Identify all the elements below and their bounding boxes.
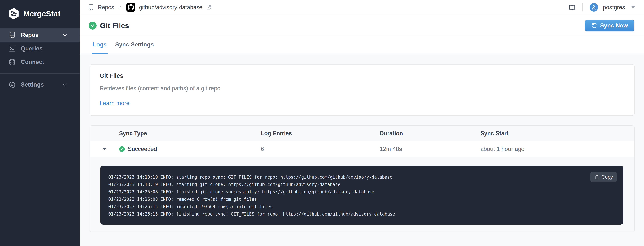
topbar-divider [582, 3, 582, 11]
column-header-sync-type: Sync Type [119, 130, 261, 137]
breadcrumb-root[interactable]: Repos [98, 4, 114, 11]
octocat-icon [128, 4, 134, 10]
user-name[interactable]: postgres [603, 4, 625, 11]
duration-cell: 12m 48s [380, 146, 480, 152]
chevron-down-icon [62, 32, 68, 38]
sidebar-item-queries[interactable]: Queries [0, 42, 80, 55]
gear-icon [9, 81, 16, 88]
page-header: Git Files Sync Now [80, 15, 644, 36]
database-icon [9, 59, 16, 65]
table-header-row: Sync Type Log Entries Duration Sync Star… [90, 126, 634, 141]
breadcrumb-repo[interactable]: github/advisory-database [139, 4, 202, 11]
log-line: 01/23/2023 14:26:08 INFO: removed 0 row(… [108, 196, 617, 203]
sync-info-card: Git Files Retrieves files (content and p… [90, 64, 634, 116]
person-icon [591, 5, 596, 10]
learn-more-link[interactable]: Learn more [100, 100, 130, 107]
terminal-icon [9, 45, 16, 52]
sync-now-label: Sync Now [600, 22, 628, 29]
sync-status-label: Succeeded [128, 146, 157, 152]
breadcrumb: Repos github/advisory-database [88, 3, 212, 12]
copy-label: Copy [602, 174, 613, 180]
github-avatar [126, 3, 135, 12]
content: Git Files Retrieves files (content and p… [80, 54, 644, 246]
sync-now-button[interactable]: Sync Now [585, 20, 634, 31]
external-link-icon[interactable] [206, 5, 212, 10]
sidebar-divider [0, 73, 80, 74]
tabs: Logs Sync Settings [80, 36, 644, 54]
topbar-right: postgres [569, 3, 636, 12]
sync-start-cell: about 1 hour ago [480, 146, 634, 152]
log-entries-cell: 6 [261, 146, 380, 152]
mergestat-logo-icon [8, 7, 19, 20]
sidebar-item-label: Repos [21, 32, 62, 38]
column-header-log-entries: Log Entries [261, 130, 380, 137]
main-area: Repos github/advisory-database [80, 0, 644, 246]
topbar: Repos github/advisory-database [80, 0, 644, 15]
user-menu-caret-icon[interactable] [631, 6, 636, 9]
sync-status-cell: Succeeded [119, 146, 261, 152]
chevron-down-icon [62, 82, 68, 87]
sidebar: MergeStat Repos Queries [0, 0, 80, 246]
tab-logs[interactable]: Logs [92, 36, 108, 54]
column-header-duration: Duration [380, 130, 480, 137]
page-title: Git Files [100, 21, 129, 30]
tab-sync-settings[interactable]: Sync Settings [114, 36, 154, 54]
repo-icon [88, 4, 94, 10]
sidebar-item-repos[interactable]: Repos [0, 28, 80, 42]
log-line: 01/23/2023 14:26:15 INFO: finishing repo… [108, 210, 617, 218]
sidebar-item-label: Connect [21, 59, 73, 65]
app-title: MergeStat [23, 9, 60, 18]
log-line: 01/23/2023 14:26:15 INFO: inserted 19356… [108, 203, 617, 210]
app-logo[interactable]: MergeStat [0, 0, 80, 26]
log-line: 01/23/2023 14:13:19 INFO: starting git c… [108, 181, 617, 188]
breadcrumb-separator-icon [118, 5, 123, 10]
table-row[interactable]: Succeeded 6 12m 48s about 1 hour ago [90, 141, 634, 157]
sidebar-item-settings[interactable]: Settings [0, 78, 80, 91]
log-line: 01/23/2023 14:25:08 INFO: finished git c… [108, 188, 617, 196]
log-line: 01/23/2023 14:13:19 INFO: starting repo … [108, 173, 617, 181]
row-expander[interactable] [90, 148, 119, 150]
status-check-icon [89, 22, 96, 29]
copy-button[interactable]: Copy [590, 172, 617, 182]
sync-type-title: Git Files [100, 72, 624, 79]
column-header-sync-start: Sync Start [480, 130, 634, 137]
collapse-caret-icon [102, 148, 106, 150]
expanded-log-section: Copy 01/23/2023 14:13:19 INFO: starting … [90, 157, 634, 232]
mergestat-app: MergeStat Repos Queries [0, 0, 644, 246]
sync-icon [591, 23, 597, 29]
log-output-panel: Copy 01/23/2023 14:13:19 INFO: starting … [100, 166, 623, 225]
sidebar-nav: Repos Queries Connect [0, 28, 80, 91]
sync-logs-table: Sync Type Log Entries Duration Sync Star… [90, 125, 634, 232]
sync-type-description: Retrieves files (content and paths) of a… [100, 85, 624, 92]
docs-book-icon[interactable] [569, 4, 575, 11]
repo-icon [9, 32, 16, 38]
sidebar-item-connect[interactable]: Connect [0, 55, 80, 69]
succeeded-check-icon [119, 146, 125, 152]
sidebar-item-label: Queries [21, 45, 73, 52]
sidebar-item-label: Settings [21, 81, 62, 88]
user-avatar[interactable] [590, 3, 598, 12]
clipboard-icon [594, 175, 599, 179]
